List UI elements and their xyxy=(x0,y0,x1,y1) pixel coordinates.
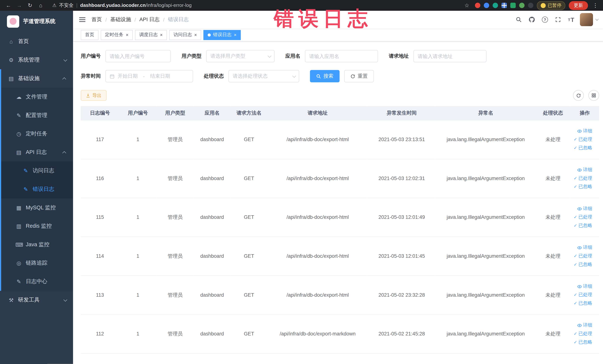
tab-error-log[interactable]: 错误日志× xyxy=(204,30,241,40)
extension-icon-dark[interactable] xyxy=(528,3,533,8)
search-button[interactable]: 搜索 xyxy=(310,70,340,82)
cell-exception: java.lang.IllegalArgumentException xyxy=(436,275,536,314)
breadcrumb-separator: / xyxy=(105,17,107,23)
paused-badge[interactable]: 已暂停 xyxy=(537,1,565,10)
extension-icon-leaf[interactable] xyxy=(519,3,525,8)
sidebar-item-dev-tools[interactable]: ⚒ 研发工具 xyxy=(0,291,73,309)
close-icon[interactable]: × xyxy=(160,33,163,37)
mark-ignored-link[interactable]: ✓已忽略 xyxy=(573,299,592,308)
detail-link[interactable]: 详细 xyxy=(573,127,592,135)
detail-link[interactable]: 详细 xyxy=(573,282,592,291)
user-type-select[interactable]: 请选择用户类型 xyxy=(206,50,275,62)
refresh-table-button[interactable] xyxy=(573,90,584,101)
sidebar-item-file-management[interactable]: ☁ 文件管理 xyxy=(0,88,73,106)
detail-link[interactable]: 详细 xyxy=(573,205,592,213)
update-button[interactable]: 更新 xyxy=(569,1,588,10)
sidebar-item-access-log[interactable]: ✎ 访问日志 xyxy=(0,162,73,180)
close-icon[interactable]: × xyxy=(234,33,237,37)
help-icon[interactable]: ? xyxy=(538,11,551,28)
cell-user-id: 1 xyxy=(119,314,156,353)
row-actions: 详细 ✓已处理 ✓已忽略 xyxy=(570,275,599,314)
user-id-field[interactable] xyxy=(110,53,166,59)
bookmark-star-icon[interactable]: ☆ xyxy=(462,2,472,8)
reset-button[interactable]: 重置 xyxy=(344,70,374,82)
text-size-icon[interactable]: TT xyxy=(565,11,578,28)
exception-time-range-picker[interactable]: 开始日期 - 结束日期 xyxy=(105,70,193,82)
search-icon[interactable] xyxy=(512,11,525,28)
sidebar-item-infrastructure[interactable]: ▤ 基础设施 xyxy=(0,69,73,88)
tab-schedule-log[interactable]: 调度日志× xyxy=(135,30,167,40)
refresh-icon xyxy=(576,93,581,98)
search-icon xyxy=(316,74,321,79)
user-avatar-dropdown[interactable] xyxy=(580,13,597,26)
sidebar-item-label: 日志中心 xyxy=(26,278,47,285)
mark-processed-link[interactable]: ✓已处理 xyxy=(573,174,592,183)
tab-home[interactable]: 首页 xyxy=(81,30,98,40)
sidebar-item-redis-monitor[interactable]: ▥ Redis 监控 xyxy=(0,217,73,235)
fullscreen-icon[interactable] xyxy=(551,11,565,28)
reload-icon[interactable]: ↻ xyxy=(25,2,35,8)
mark-processed-link[interactable]: ✓已处理 xyxy=(573,291,592,299)
sidebar-item-mysql-monitor[interactable]: ▦ MySQL 监控 xyxy=(0,199,73,217)
mark-processed-link[interactable]: ✓已处理 xyxy=(573,213,592,221)
process-status-select[interactable]: 请选择处理状态 xyxy=(228,70,299,82)
extension-icon-teal[interactable] xyxy=(493,3,498,8)
gear-icon: ⚙ xyxy=(8,57,14,63)
column-settings-button[interactable] xyxy=(588,90,599,101)
user-id-input[interactable] xyxy=(105,50,171,62)
extension-icon-grid[interactable] xyxy=(501,3,507,8)
logo-image xyxy=(7,15,19,28)
detail-link[interactable]: 详细 xyxy=(573,243,592,252)
breadcrumb-item[interactable]: API 日志 xyxy=(139,16,160,23)
export-button[interactable]: 导出 xyxy=(81,90,107,101)
mark-ignored-link[interactable]: ✓已忽略 xyxy=(573,338,592,347)
app-name-input[interactable] xyxy=(305,50,378,62)
extension-icon-blue[interactable] xyxy=(484,3,489,8)
sidebar-item-config-management[interactable]: ✎ 配置管理 xyxy=(0,106,73,125)
mark-ignored-link[interactable]: ✓已忽略 xyxy=(573,260,592,269)
sidebar-item-system-management[interactable]: ⚙ 系统管理 xyxy=(0,51,73,69)
forward-icon[interactable]: → xyxy=(15,2,24,8)
sidebar-item-trace[interactable]: ◎ 链路追踪 xyxy=(0,254,73,272)
request-url-input[interactable] xyxy=(413,50,487,62)
mark-ignored-link[interactable]: ✓已忽略 xyxy=(573,144,592,152)
mark-processed-link[interactable]: ✓已处理 xyxy=(573,135,592,144)
mark-ignored-link[interactable]: ✓已忽略 xyxy=(573,182,592,191)
address-bar[interactable]: ⚠ 不安全 | dashboard.yudao.iocoder.cn/infra… xyxy=(52,2,191,9)
breadcrumb-item[interactable]: 首页 xyxy=(92,16,102,23)
breadcrumb-item[interactable]: 基础设施 xyxy=(110,16,131,23)
detail-link[interactable]: 详细 xyxy=(573,165,592,174)
back-icon[interactable]: ← xyxy=(4,2,13,8)
extension-icon-green[interactable] xyxy=(510,3,516,8)
mark-processed-link[interactable]: ✓已处理 xyxy=(573,329,592,338)
tab-scheduled-tasks[interactable]: 定时任务× xyxy=(101,30,133,40)
mark-ignored-link[interactable]: ✓已忽略 xyxy=(573,221,592,230)
smiley-icon xyxy=(541,3,546,8)
hamburger-icon[interactable] xyxy=(73,11,92,28)
request-url-field[interactable] xyxy=(418,53,482,59)
sidebar-item-scheduled-tasks[interactable]: ◷ 定时任务 xyxy=(0,125,73,143)
github-icon[interactable] xyxy=(525,11,538,28)
browser-menu-icon[interactable]: ⋮ xyxy=(591,2,599,8)
avatar xyxy=(580,13,593,26)
close-icon[interactable]: × xyxy=(194,33,197,37)
close-icon[interactable]: × xyxy=(126,33,128,37)
sidebar-item-error-log[interactable]: ✎ 错误日志 xyxy=(0,180,73,199)
detail-link[interactable]: 详细 xyxy=(573,321,592,329)
sidebar-item-log-center[interactable]: ✎ 日志中心 xyxy=(0,272,73,291)
sidebar-item-label: Java 监控 xyxy=(26,241,49,248)
mark-processed-link[interactable]: ✓已处理 xyxy=(573,252,592,260)
cell-user-id: 1 xyxy=(119,237,156,276)
app-title: 芋道管理系统 xyxy=(23,18,55,25)
app-name-field[interactable] xyxy=(309,53,374,59)
sidebar-item-home[interactable]: ⌂ 首页 xyxy=(0,32,73,51)
sidebar-item-java-monitor[interactable]: ⌨ Java 监控 xyxy=(0,235,73,254)
sidebar-item-api-log[interactable]: ▤ API 日志 xyxy=(0,143,73,162)
cell-method: GET xyxy=(231,120,268,159)
tab-access-log[interactable]: 访问日志× xyxy=(169,30,201,40)
cell-log-id: 115 xyxy=(81,198,119,237)
table-row: 112 1 管理员 dashboard GET /api/infra/db-do… xyxy=(81,314,599,353)
browser-home-icon[interactable]: ⌂ xyxy=(36,2,46,8)
cell-method: GET xyxy=(231,314,268,353)
extension-icon-red[interactable] xyxy=(475,3,480,8)
